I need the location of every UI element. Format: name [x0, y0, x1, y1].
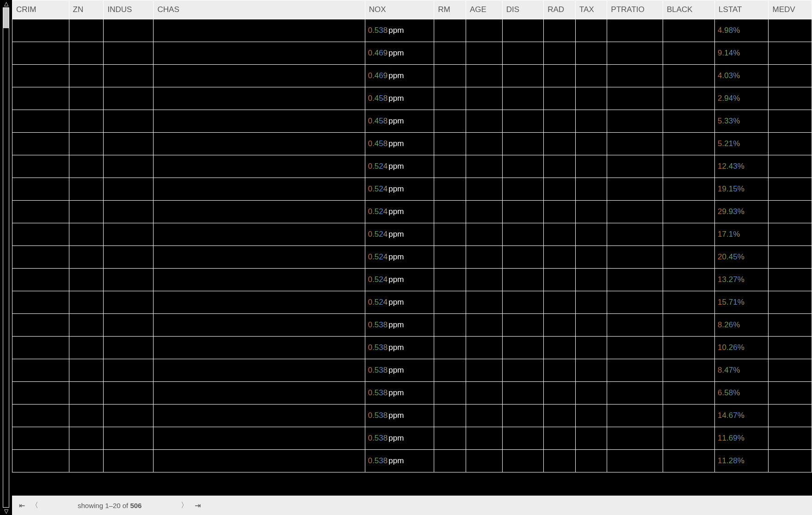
pager-prev-button[interactable]: 〈	[30, 501, 40, 510]
cell-age	[466, 405, 502, 427]
scroll-down-icon[interactable]: ▽	[4, 509, 8, 514]
cell-rm	[434, 382, 466, 405]
cell-lstat: 11.28%	[715, 450, 769, 472]
cell-dis	[502, 382, 543, 405]
cell-tax	[575, 337, 607, 359]
cell-crim	[12, 201, 69, 223]
cell-rad	[544, 223, 576, 246]
cell-tax	[575, 133, 607, 155]
cell-rm	[434, 427, 466, 450]
cell-black	[663, 291, 714, 314]
cell-zn	[69, 246, 104, 269]
cell-tax	[575, 19, 607, 42]
col-header-medv[interactable]: MEDV	[769, 0, 812, 19]
cell-age	[466, 155, 502, 178]
cell-dis	[502, 337, 543, 359]
cell-zn	[69, 42, 104, 65]
cell-nox: 0.538ppm	[365, 382, 434, 405]
cell-rm	[434, 42, 466, 65]
pager-last-button[interactable]: ⇥	[192, 501, 203, 510]
cell-indus	[104, 42, 154, 65]
col-header-crim[interactable]: CRIM	[12, 0, 69, 19]
cell-dis	[502, 291, 543, 314]
col-header-tax[interactable]: TAX	[575, 0, 607, 19]
col-header-rad[interactable]: RAD	[544, 0, 576, 19]
pager-first-button[interactable]: ⇤	[17, 501, 27, 510]
cell-medv	[769, 382, 812, 405]
cell-chas	[154, 110, 365, 133]
cell-ptratio	[607, 42, 663, 65]
cell-dis	[502, 19, 543, 42]
cell-chas	[154, 291, 365, 314]
cell-chas	[154, 133, 365, 155]
cell-lstat: 14.67%	[715, 405, 769, 427]
scroll-up-icon[interactable]: △	[4, 1, 8, 6]
cell-medv	[769, 42, 812, 65]
cell-black	[663, 246, 714, 269]
table-row: 0.538ppm11.28%	[12, 450, 812, 472]
cell-chas	[154, 201, 365, 223]
cell-tax	[575, 450, 607, 472]
col-header-lstat[interactable]: LSTAT	[715, 0, 769, 19]
cell-ptratio	[607, 427, 663, 450]
cell-chas	[154, 382, 365, 405]
cell-ptratio	[607, 110, 663, 133]
cell-age	[466, 133, 502, 155]
cell-rad	[544, 155, 576, 178]
cell-chas	[154, 359, 365, 382]
col-header-rm[interactable]: RM	[434, 0, 466, 19]
cell-lstat: 19.15%	[715, 178, 769, 201]
cell-zn	[69, 87, 104, 110]
cell-black	[663, 450, 714, 472]
cell-tax	[575, 65, 607, 87]
cell-age	[466, 427, 502, 450]
scroll-track[interactable]	[3, 7, 9, 508]
cell-age	[466, 246, 502, 269]
cell-ptratio	[607, 291, 663, 314]
col-header-chas[interactable]: CHAS	[154, 0, 365, 19]
cell-ptratio	[607, 178, 663, 201]
cell-medv	[769, 155, 812, 178]
cell-indus	[104, 19, 154, 42]
cell-age	[466, 269, 502, 291]
col-header-black[interactable]: BLACK	[663, 0, 714, 19]
col-header-ptratio[interactable]: PTRATIO	[607, 0, 663, 19]
cell-crim	[12, 359, 69, 382]
cell-dis	[502, 133, 543, 155]
cell-medv	[769, 269, 812, 291]
col-header-nox[interactable]: NOX	[365, 0, 434, 19]
vertical-scrollbar[interactable]: △ ▽	[0, 0, 12, 515]
scroll-thumb[interactable]	[3, 8, 9, 28]
cell-nox: 0.538ppm	[365, 450, 434, 472]
cell-ptratio	[607, 133, 663, 155]
cell-black	[663, 87, 714, 110]
col-header-dis[interactable]: DIS	[502, 0, 543, 19]
col-header-indus[interactable]: INDUS	[104, 0, 154, 19]
cell-zn	[69, 223, 104, 246]
cell-nox: 0.538ppm	[365, 405, 434, 427]
cell-rm	[434, 65, 466, 87]
cell-nox: 0.469ppm	[365, 65, 434, 87]
col-header-zn[interactable]: ZN	[69, 0, 104, 19]
cell-medv	[769, 201, 812, 223]
table-row: 0.524ppm20.45%	[12, 246, 812, 269]
cell-age	[466, 178, 502, 201]
table-row: 0.524ppm29.93%	[12, 201, 812, 223]
col-header-age[interactable]: AGE	[466, 0, 502, 19]
table-row: 0.524ppm17.1%	[12, 223, 812, 246]
cell-medv	[769, 291, 812, 314]
cell-indus	[104, 65, 154, 87]
cell-rad	[544, 42, 576, 65]
table-row: 0.458ppm5.21%	[12, 133, 812, 155]
cell-medv	[769, 427, 812, 450]
cell-chas	[154, 155, 365, 178]
cell-indus	[104, 427, 154, 450]
pager-next-button[interactable]: 〉	[179, 501, 190, 510]
cell-rad	[544, 359, 576, 382]
cell-indus	[104, 178, 154, 201]
cell-ptratio	[607, 269, 663, 291]
cell-medv	[769, 133, 812, 155]
cell-medv	[769, 65, 812, 87]
cell-crim	[12, 246, 69, 269]
cell-rm	[434, 223, 466, 246]
